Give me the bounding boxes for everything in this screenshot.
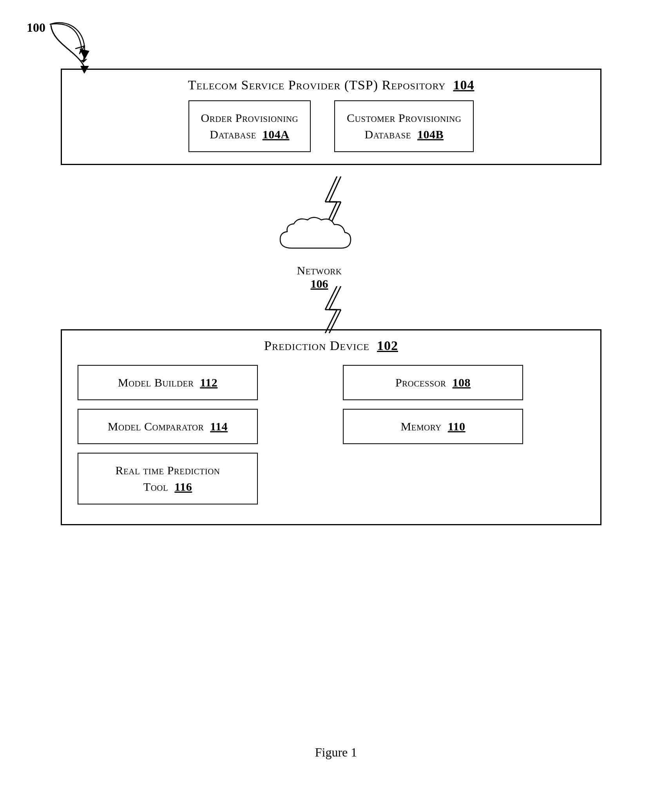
model-builder-box: Model Builder 112 xyxy=(78,365,258,400)
cloud-shape-icon xyxy=(272,211,366,262)
order-provisioning-db-box: Order Provisioning Database 104A xyxy=(188,100,311,152)
tsp-repository-box: Telecom Service Provider (TSP) Repositor… xyxy=(61,69,601,165)
customer-provisioning-db-box: Customer Provisioning Database 104B xyxy=(334,100,474,152)
model-comparator-box: Model Comparator 114 xyxy=(78,409,258,444)
network-label: Network xyxy=(297,264,342,277)
lower-lightning-icon xyxy=(321,286,353,333)
memory-box: Memory 110 xyxy=(343,409,523,444)
network-cloud: Network 106 xyxy=(272,211,366,290)
processor-box: Processor 108 xyxy=(343,365,523,400)
prediction-device-title: Prediction Device 102 xyxy=(78,338,585,353)
curved-arrow-diagram xyxy=(45,20,116,74)
figure-caption: Figure 1 xyxy=(0,745,672,760)
real-time-prediction-tool-box: Real time Prediction Tool 116 xyxy=(78,453,258,504)
tsp-title: Telecom Service Provider (TSP) Repositor… xyxy=(74,78,589,93)
prediction-device-box: Prediction Device 102 Model Builder 112 … xyxy=(61,329,601,525)
